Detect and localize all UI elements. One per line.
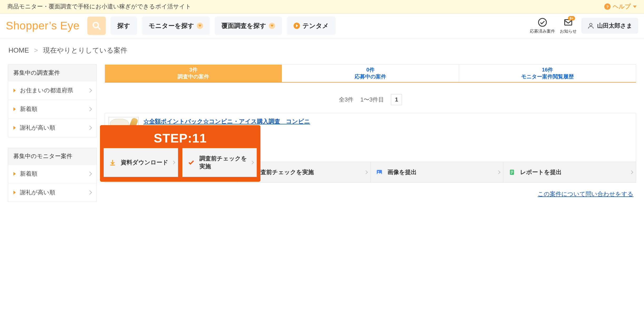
search-button[interactable] (87, 17, 106, 35)
sidebar-survey-block: 募集中の調査案件 お住まいの都道府県 新着順 謝礼が高い順 (8, 64, 97, 137)
applied-link[interactable]: 応募済み案件 (530, 18, 555, 34)
sidebar-item-label: お住まいの都道府県 (20, 87, 73, 94)
sidebar-item-label: 新着順 (20, 170, 37, 178)
status-tabs: 3件 調査中の案件 0件 応募中の案件 16件 モニター案件閲覧履歴 (105, 64, 636, 83)
case-card-wrapper: ☆全額ポイントバック☆コンビニ・アイス購入調査 コンビニ 資料ダウンロード (105, 113, 636, 183)
sidebar-monitor-title: 募集中のモニター案件 (8, 148, 97, 164)
chevron-down-icon (269, 23, 275, 29)
chevron-down-icon (633, 6, 637, 8)
sidebar-item-prefecture[interactable]: お住まいの都道府県 (8, 81, 97, 100)
pager: 全3件 1〜3件目 1 (105, 94, 636, 105)
inquiry-row: この案件について問い合わせをする (105, 183, 636, 198)
step-overlay: STEP:11 資料ダウンロード 調査前チェックを実施 (100, 125, 260, 182)
breadcrumb: HOME > 現在やりとりしている案件 (0, 38, 644, 60)
nav-mystery[interactable]: 覆面調査を探す (215, 17, 282, 35)
step-download-overlay[interactable]: 資料ダウンロード (104, 148, 178, 177)
notifications-link[interactable]: 9+ お知らせ (560, 18, 577, 34)
svg-point-2 (539, 18, 546, 26)
tab-applying[interactable]: 0件 応募中の案件 (282, 65, 459, 82)
chevron-right-icon (497, 170, 500, 174)
step-label: 資料ダウンロード (121, 159, 168, 166)
help-icon: ? (604, 3, 611, 10)
sidebar-item-reward[interactable]: 謝礼が高い順 (8, 118, 97, 137)
chevron-down-icon (197, 23, 203, 29)
tab-label: 調査中の案件 (108, 73, 279, 80)
top-banner: 商品モニター・覆面調査で手軽にお小遣い稼ぎができるポイ活サイト ? ヘルプ (0, 0, 644, 13)
search-icon (92, 21, 101, 30)
chevron-right-icon (88, 172, 92, 176)
user-icon (587, 22, 595, 29)
inquiry-link[interactable]: この案件について問い合わせをする (538, 191, 633, 197)
nav-mystery-label: 覆面調査を探す (222, 22, 266, 30)
svg-line-1 (98, 27, 100, 29)
pager-total: 全3件 (339, 96, 354, 104)
triangle-right-icon (13, 107, 16, 111)
notify-label: お知らせ (560, 29, 577, 34)
download-icon (109, 159, 116, 166)
page-number[interactable]: 1 (391, 94, 402, 105)
nav-search[interactable]: 探す (110, 17, 137, 35)
nav-search-label: 探す (117, 22, 130, 30)
overlay-label: STEP:11 (100, 125, 260, 148)
main-header: Shopper’s Eye 探す モニターを探す 覆面調査を探す テンタメ 応募… (0, 13, 644, 38)
step-label: 調査前チェックを実施 (255, 168, 314, 176)
sidebar-item-monitor-reward[interactable]: 謝礼が高い順 (8, 183, 97, 202)
help-label: ヘルプ (613, 3, 631, 11)
main-content: 3件 調査中の案件 0件 応募中の案件 16件 モニター案件閲覧履歴 全3件 1… (105, 64, 636, 198)
step-precheck-overlay[interactable]: 調査前チェックを実施 (182, 148, 257, 177)
triangle-right-icon (13, 172, 16, 176)
breadcrumb-home[interactable]: HOME (8, 46, 29, 54)
step-report[interactable]: レポートを提出 (503, 162, 636, 182)
breadcrumb-sep: > (34, 46, 38, 54)
triangle-right-icon (13, 89, 16, 92)
sidebar-item-newest[interactable]: 新着順 (8, 100, 97, 118)
tab-count: 16件 (462, 66, 633, 73)
sidebar-item-label: 謝礼が高い順 (20, 124, 55, 132)
chevron-right-icon (88, 190, 92, 195)
user-name: 山田太郎さま (597, 22, 632, 30)
chevron-right-icon (88, 88, 92, 93)
sidebar-item-label: 新着順 (20, 105, 37, 113)
tab-label: モニター案件閲覧履歴 (462, 73, 633, 80)
nav-monitor-label: モニターを探す (149, 22, 194, 30)
step-label: 画像を提出 (388, 168, 417, 176)
nav-tentame[interactable]: テンタメ (287, 17, 336, 35)
main-layout: 募集中の調査案件 お住まいの都道府県 新着順 謝礼が高い順 募集中のモニター案件 (0, 60, 644, 223)
case-title-link[interactable]: ☆全額ポイントバック☆コンビニ・アイス購入調査 コンビニ (143, 117, 310, 126)
pager-range: 1〜3件目 (360, 96, 384, 104)
step-image[interactable]: 画像を提出 (371, 162, 504, 182)
step-label: 調査前チェックを実施 (199, 155, 251, 170)
site-logo[interactable]: Shopper’s Eye (6, 19, 79, 32)
chevron-right-icon (172, 161, 175, 164)
chevron-right-icon (88, 126, 92, 130)
svg-point-0 (93, 22, 99, 28)
help-link[interactable]: ? ヘルプ (604, 3, 637, 11)
image-icon (376, 169, 383, 176)
check-icon (188, 159, 195, 166)
check-circle-icon (538, 18, 547, 27)
breadcrumb-current: 現在やりとりしている案件 (43, 46, 127, 54)
nav-monitor[interactable]: モニターを探す (142, 17, 210, 35)
triangle-right-icon (13, 191, 16, 194)
chevron-right-icon (88, 107, 92, 111)
tab-history[interactable]: 16件 モニター案件閲覧履歴 (459, 65, 636, 82)
report-icon (509, 169, 515, 176)
step-label: レポートを提出 (520, 168, 562, 176)
user-menu[interactable]: 山田太郎さま (581, 18, 638, 34)
chevron-right-icon (364, 170, 368, 174)
tagline: 商品モニター・覆面調査で手軽にお小遣い稼ぎができるポイ活サイト (7, 3, 191, 11)
sidebar-item-monitor-newest[interactable]: 新着順 (8, 164, 97, 183)
svg-point-6 (378, 171, 379, 172)
sidebar-item-label: 謝礼が高い順 (20, 189, 55, 196)
sidebar: 募集中の調査案件 お住まいの都道府県 新着順 謝礼が高い順 募集中のモニター案件 (8, 64, 97, 212)
svg-point-4 (590, 23, 592, 26)
chevron-right-icon (630, 170, 633, 174)
tab-count: 3件 (108, 66, 279, 73)
triangle-right-icon (13, 126, 16, 130)
arrow-right-icon (294, 23, 300, 29)
sidebar-monitor-block: 募集中のモニター案件 新着順 謝礼が高い順 (8, 148, 97, 202)
nav-tentame-label: テンタメ (303, 22, 329, 30)
tab-label: 応募中の案件 (285, 73, 456, 80)
sidebar-survey-title: 募集中の調査案件 (8, 65, 97, 81)
tab-in-progress[interactable]: 3件 調査中の案件 (105, 65, 282, 82)
